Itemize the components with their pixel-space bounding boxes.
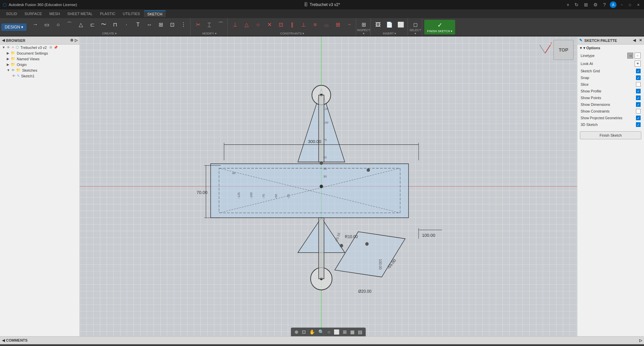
- insert-group: 🖼 📄 ⬜ INSERT ▾: [371, 18, 408, 36]
- tool-circle[interactable]: ○: [53, 19, 63, 31]
- browser-collapse-icon[interactable]: ◀: [2, 38, 5, 43]
- user-avatar[interactable]: A: [610, 1, 616, 8]
- tab-solid[interactable]: SOLID: [3, 11, 20, 17]
- look-at-button[interactable]: 👁: [635, 61, 641, 67]
- linetype-toggle[interactable]: ◁ ○: [627, 53, 641, 59]
- design-button[interactable]: DESIGN ▾: [1, 23, 26, 31]
- grid-icon[interactable]: ⊞: [583, 2, 589, 7]
- browser-item-doc-settings[interactable]: ▶ 📁 Document Settings: [0, 50, 79, 56]
- tab-sheet-metal[interactable]: SHEET METAL: [64, 11, 96, 17]
- tool-parallel[interactable]: ∥: [287, 19, 298, 31]
- refresh-icon[interactable]: ↻: [573, 2, 580, 7]
- finish-sketch-toolbar-btn[interactable]: ✓ FINISH SKETCH ▾: [424, 20, 455, 34]
- palette-options-title[interactable]: ▾ ▾ Options: [577, 45, 644, 52]
- tool-perpendicular[interactable]: ⊥: [298, 19, 309, 31]
- browser-item-sketches[interactable]: ▼ 👁 📁 Sketches: [0, 67, 79, 73]
- sketch-svg: 300.00 70.00 100.00 R10.00 Ø20.00 -55.00…: [80, 37, 577, 336]
- sketch-palette-collapse-icon[interactable]: ◀: [633, 38, 636, 43]
- view-cube[interactable]: TOP: [553, 40, 574, 60]
- linetype-btn-construction[interactable]: ◁: [627, 53, 633, 59]
- tool-insert-dxf[interactable]: 📄: [384, 19, 395, 31]
- win-minimize[interactable]: −: [619, 2, 625, 7]
- comments-expand-icon[interactable]: ▷: [639, 338, 642, 343]
- tab-bar: SOLID SURFACE MESH SHEET METAL PLASTIC U…: [0, 9, 644, 18]
- show-projected-checkbox[interactable]: [636, 116, 641, 120]
- canvas-tool-render-mode[interactable]: ⬜: [333, 329, 340, 335]
- tool-conic[interactable]: ⊓: [110, 19, 120, 31]
- root-pin-icon[interactable]: 📌: [54, 46, 58, 49]
- canvas-tool-zoom-sel[interactable]: ○: [326, 329, 331, 335]
- snap-checkbox[interactable]: [636, 75, 641, 80]
- tool-spline[interactable]: 〜: [98, 19, 109, 31]
- tool-fix[interactable]: ⊡: [275, 19, 286, 31]
- sketches-vis-icon[interactable]: 👁: [11, 68, 15, 72]
- 3d-sketch-checkbox[interactable]: [636, 122, 641, 127]
- browser-settings-icon[interactable]: ⚙: [70, 38, 73, 43]
- tool-curvature[interactable]: ~: [344, 19, 355, 31]
- slice-checkbox[interactable]: [636, 82, 641, 87]
- tool-tangent[interactable]: ⌓: [321, 19, 332, 31]
- finish-sketch-btn[interactable]: Finish Sketch: [580, 131, 641, 139]
- canvas-area[interactable]: 300.00 70.00 100.00 R10.00 Ø20.00 -55.00…: [80, 37, 577, 336]
- browser-item-root[interactable]: ▼ 👁 ☀ ⬡ Trebuchet v3 v2 ⚙ 📌: [0, 45, 79, 50]
- tool-insert-mesh[interactable]: ⬜: [395, 19, 406, 31]
- title-right[interactable]: + ↻ ⊞ ⚙ ? A − □ ✕: [565, 1, 641, 8]
- tool-line[interactable]: →: [30, 19, 41, 31]
- tool-text[interactable]: T: [132, 19, 143, 31]
- settings-icon[interactable]: ⚙: [592, 2, 599, 7]
- browser-item-named-views[interactable]: ▶ 📁 Named Views: [0, 56, 79, 62]
- tool-rect[interactable]: ▭: [41, 19, 52, 31]
- tool-polygon[interactable]: △: [75, 19, 86, 31]
- browser-item-sketch1[interactable]: 👁 ✎ Sketch1: [0, 73, 79, 79]
- tool-coincident[interactable]: ⊥: [230, 19, 240, 31]
- tab-mesh[interactable]: MESH: [46, 11, 63, 17]
- tool-dimension[interactable]: ↔: [144, 19, 155, 31]
- svg-text:-100: -100: [250, 192, 253, 199]
- tab-utilities[interactable]: UTILITIES: [119, 11, 143, 17]
- tool-insert-image[interactable]: 🖼: [373, 19, 383, 31]
- tool-slot[interactable]: ⊏: [87, 19, 98, 31]
- tool-project[interactable]: ⊞: [155, 19, 166, 31]
- canvas-tool-orbit[interactable]: ⊕: [293, 329, 300, 335]
- win-close[interactable]: ✕: [635, 2, 641, 7]
- show-points-checkbox[interactable]: [636, 95, 641, 100]
- show-constraints-checkbox[interactable]: [636, 109, 641, 114]
- root-settings-icon[interactable]: ⚙: [49, 46, 52, 49]
- tool-mirror[interactable]: ⊡: [167, 19, 177, 31]
- tool-trim[interactable]: ✂: [193, 19, 203, 31]
- sketch-palette-close-icon[interactable]: ✕: [639, 38, 642, 43]
- canvas-tool-pan[interactable]: ✋: [308, 329, 316, 335]
- comments-collapse-icon[interactable]: ◀: [2, 338, 5, 343]
- tool-collinear[interactable]: △: [241, 19, 252, 31]
- tab-plastic[interactable]: PLASTIC: [97, 11, 119, 17]
- show-profile-checkbox[interactable]: [636, 89, 641, 93]
- add-icon[interactable]: +: [565, 2, 571, 7]
- canvas-tool-viewport[interactable]: ▦: [349, 329, 356, 335]
- help-icon[interactable]: ?: [602, 2, 607, 7]
- tool-break[interactable]: ⌶: [204, 19, 215, 31]
- tool-equal[interactable]: ≡: [310, 19, 320, 31]
- tab-surface[interactable]: SURFACE: [21, 11, 45, 17]
- canvas-tool-grid-toggle[interactable]: ⊞: [342, 329, 348, 335]
- svg-line-49: [545, 45, 550, 53]
- browser-item-origin[interactable]: ▶ 📁 Origin: [0, 62, 79, 67]
- canvas-tool-options[interactable]: ▤: [357, 329, 363, 335]
- root-vis-icon[interactable]: 👁: [7, 46, 10, 49]
- tool-symmetric[interactable]: ⊞: [332, 19, 343, 31]
- canvas-tool-zoom[interactable]: 🔍: [317, 329, 325, 335]
- tool-pattern[interactable]: ⋮: [178, 19, 189, 31]
- sketch1-vis-icon[interactable]: 👁: [12, 74, 15, 78]
- browser-expand-icon[interactable]: ▷: [75, 38, 77, 43]
- show-dimensions-checkbox[interactable]: [636, 102, 641, 107]
- win-restore[interactable]: □: [627, 2, 633, 7]
- linetype-btn-normal[interactable]: ○: [635, 53, 641, 59]
- sketches-folder-icon: 📁: [16, 68, 21, 72]
- canvas-tool-zoom-fit[interactable]: ⊡: [301, 329, 307, 335]
- tool-point[interactable]: ·: [121, 19, 132, 31]
- tab-sketch[interactable]: SKETCH: [144, 10, 166, 17]
- tool-concentric[interactable]: ○: [253, 19, 263, 31]
- tool-fillet[interactable]: ⌒: [215, 19, 226, 31]
- tool-arc[interactable]: ⌒: [64, 19, 75, 31]
- sketch-grid-checkbox[interactable]: [636, 69, 641, 73]
- tool-midpoint[interactable]: ✕: [264, 19, 275, 31]
